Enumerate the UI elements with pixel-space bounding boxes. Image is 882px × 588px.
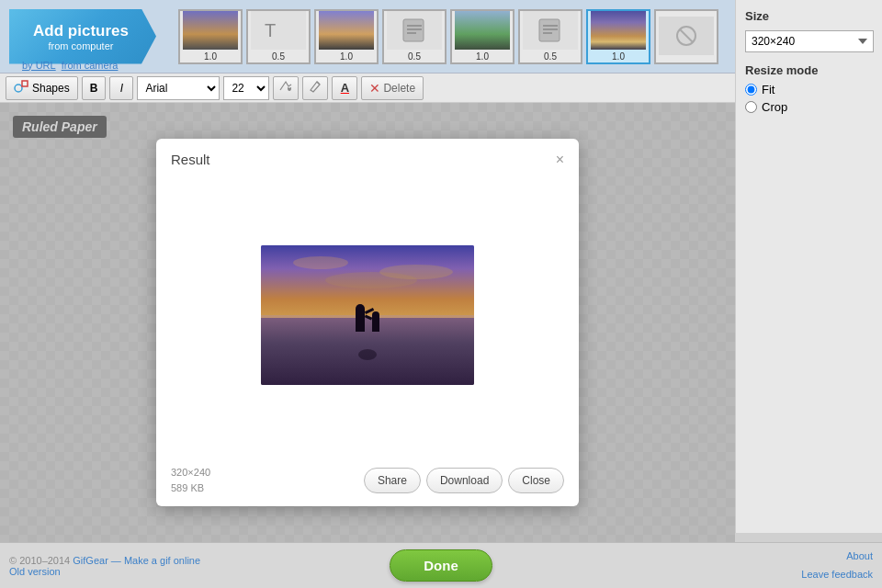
fill-color-button[interactable]	[273, 76, 299, 100]
footer: © 2010–2014 GifGear — Make a gif online …	[0, 542, 882, 588]
close-button[interactable]: Close	[508, 468, 564, 493]
from-camera-link[interactable]: from camera	[62, 60, 119, 71]
resize-mode-label: Resize mode	[745, 63, 873, 77]
text-color-button[interactable]: A	[332, 76, 357, 100]
crop-radio-option[interactable]: Crop	[745, 100, 873, 114]
thumbnail-8[interactable]	[654, 9, 718, 64]
crop-label: Crop	[762, 100, 787, 114]
about-link[interactable]: About	[801, 548, 873, 566]
thumb-label-2: 0.5	[272, 51, 285, 62]
thumb-image-7	[591, 11, 646, 50]
from-computer-label: from computer	[49, 40, 114, 51]
dialog-header: Result ×	[156, 139, 579, 175]
thumb-image-1	[183, 11, 238, 50]
add-pictures-button[interactable]: Add pictures from computer	[9, 9, 156, 64]
gif-gear-link[interactable]: GifGear — Make a gif online	[73, 555, 200, 566]
copyright: © 2010–2014	[9, 555, 70, 566]
svg-line-13	[317, 82, 320, 85]
dialog-kb: 589 KB	[171, 481, 210, 497]
add-pictures-label: Add pictures	[33, 22, 129, 40]
dialog-body	[156, 175, 579, 456]
thumb-label-3: 1.0	[340, 51, 353, 62]
thumbnail-6[interactable]: 0.5	[518, 9, 582, 64]
thumbnail-3[interactable]: 1.0	[314, 9, 379, 64]
bold-label: B	[90, 82, 98, 95]
pencil-icon	[309, 80, 322, 96]
thumbnail-7[interactable]: 1.0	[586, 9, 650, 64]
thumbnail-5[interactable]: 1.0	[450, 9, 514, 64]
result-image	[261, 245, 474, 385]
share-button[interactable]: Share	[364, 468, 421, 493]
url-camera-links: by URL from camera	[22, 60, 118, 71]
thumbnail-1[interactable]: 1.0	[178, 9, 243, 64]
size-select[interactable]: 320×240 640×480 800×600 1024×768	[745, 30, 874, 52]
main-area: Shapes B I Arial Times New Roman Verdana…	[0, 74, 735, 542]
thumb-label-4: 0.5	[408, 51, 421, 62]
done-button[interactable]: Done	[390, 549, 492, 582]
thumb-image-8	[659, 17, 714, 55]
svg-rect-12	[22, 81, 28, 86]
download-button[interactable]: Download	[426, 468, 503, 493]
footer-right: About Leave feedback	[801, 548, 873, 584]
thumb-label-5: 1.0	[476, 51, 489, 62]
bold-button[interactable]: B	[82, 76, 107, 100]
thumb-image-2: T	[251, 11, 306, 50]
fit-label: Fit	[762, 83, 775, 96]
dialog-footer: 320×240 589 KB Share Download Close	[156, 456, 579, 506]
size-label: Size	[745, 9, 873, 23]
delete-label: Delete	[383, 82, 415, 95]
dialog-title: Result	[171, 152, 210, 167]
thumb-image-6	[523, 11, 578, 50]
dialog-actions: Share Download Close	[364, 468, 564, 493]
fit-radio-option[interactable]: Fit	[745, 83, 873, 96]
dialog-close-button[interactable]: ×	[556, 153, 564, 167]
crop-radio[interactable]	[745, 101, 757, 113]
thumb-label-1: 1.0	[204, 51, 217, 62]
thumb-label-7: 1.0	[612, 51, 625, 62]
svg-rect-5	[539, 19, 560, 41]
by-url-link[interactable]: by URL	[22, 60, 56, 71]
thumb-image-5	[455, 11, 510, 50]
thumb-label-6: 0.5	[544, 51, 557, 62]
svg-rect-1	[403, 19, 424, 41]
dialog-size: 320×240	[171, 465, 210, 481]
dialog-overlay: Result ×	[0, 103, 735, 542]
footer-left: © 2010–2014 GifGear — Make a gif online …	[9, 555, 200, 577]
font-size-select[interactable]: 22 10 12 14 16 18 20 24 28 32	[223, 76, 269, 100]
sidebar: Size 320×240 640×480 800×600 1024×768 Re…	[735, 0, 882, 533]
delete-button[interactable]: ✕ Delete	[361, 76, 424, 100]
text-color-icon: A	[341, 81, 349, 95]
result-dialog: Result ×	[156, 139, 579, 506]
leave-feedback-link[interactable]: Leave feedback	[801, 566, 873, 584]
delete-x-icon: ✕	[369, 81, 380, 96]
svg-point-11	[15, 85, 22, 92]
svg-text:T: T	[265, 20, 276, 40]
svg-line-10	[680, 29, 693, 42]
font-select[interactable]: Arial Times New Roman Verdana	[137, 76, 220, 100]
fit-radio[interactable]	[745, 84, 757, 96]
thumbnail-4[interactable]: 0.5	[382, 9, 447, 64]
thumb-image-4	[387, 11, 442, 50]
italic-label: I	[120, 82, 123, 95]
fill-icon	[278, 79, 293, 96]
thumbnail-2[interactable]: T 0.5	[246, 9, 311, 64]
pencil-button[interactable]	[302, 76, 328, 100]
dialog-info: 320×240 589 KB	[171, 465, 210, 497]
thumb-image-3	[319, 11, 374, 50]
shapes-label: Shapes	[32, 82, 70, 95]
italic-button[interactable]: I	[109, 76, 133, 100]
toolbar: Shapes B I Arial Times New Roman Verdana…	[0, 74, 735, 103]
shapes-button[interactable]: Shapes	[6, 76, 78, 100]
old-version-link[interactable]: Old version	[9, 566, 61, 577]
shapes-icon	[14, 79, 28, 96]
